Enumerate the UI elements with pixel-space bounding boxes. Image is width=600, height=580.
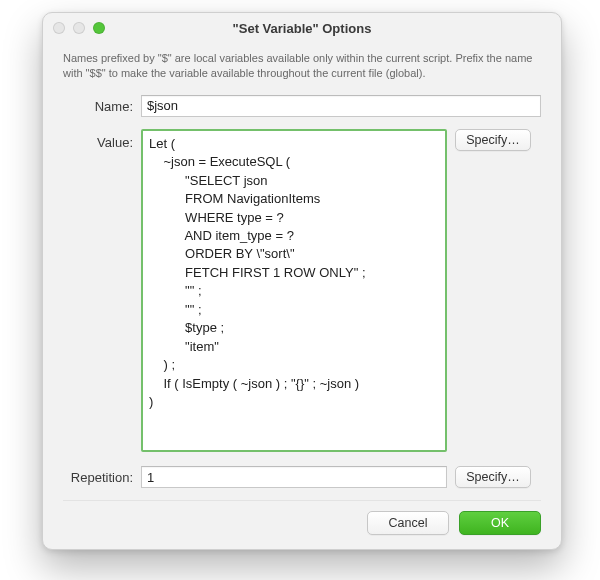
description-text: Names prefixed by "$" are local variable… [63,51,541,81]
name-input[interactable] [141,95,541,117]
cancel-button[interactable]: Cancel [367,511,449,535]
repetition-input[interactable] [141,466,447,488]
minimize-icon[interactable] [73,22,85,34]
dialog-footer: Cancel OK [63,500,541,535]
titlebar: "Set Variable" Options [43,13,561,43]
repetition-row: Repetition: Specify… [63,466,541,488]
dialog-window: "Set Variable" Options Names prefixed by… [42,12,562,550]
value-specify-button[interactable]: Specify… [455,129,531,151]
dialog-content: Names prefixed by "$" are local variable… [43,43,561,549]
window-title: "Set Variable" Options [43,21,561,36]
value-label: Value: [63,129,141,150]
close-icon[interactable] [53,22,65,34]
ok-button[interactable]: OK [459,511,541,535]
value-row: Value: Let ( ~json = ExecuteSQL ( "SELEC… [63,129,541,452]
value-textarea[interactable]: Let ( ~json = ExecuteSQL ( "SELECT json … [141,129,447,452]
repetition-label: Repetition: [63,466,141,485]
name-label: Name: [63,95,141,114]
repetition-specify-button[interactable]: Specify… [455,466,531,488]
traffic-lights [53,22,105,34]
name-row: Name: [63,95,541,117]
zoom-icon[interactable] [93,22,105,34]
